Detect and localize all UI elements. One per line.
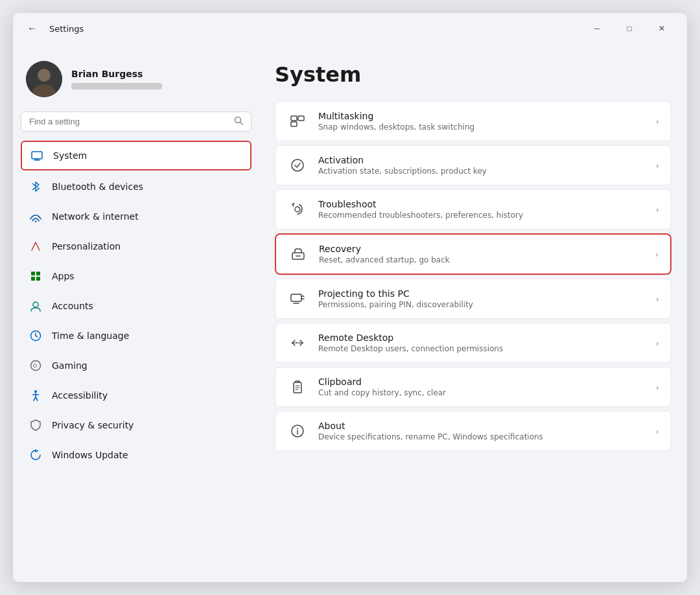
svg-point-17 [31, 361, 41, 371]
activation-icon [287, 155, 308, 176]
settings-window: ← Settings ─ □ ✕ Brian Burgess [13, 13, 687, 582]
settings-item-multitasking[interactable]: Multitasking Snap windows, desktops, tas… [275, 101, 671, 141]
sidebar-item-network[interactable]: Network & internet [21, 203, 251, 230]
sidebar-item-bluetooth[interactable]: Bluetooth & devices [21, 173, 251, 200]
settings-item-remote-desktop[interactable]: Remote Desktop Remote Desktop users, con… [275, 323, 671, 363]
user-email-placeholder [71, 83, 162, 89]
remote-desktop-text: Remote Desktop Remote Desktop users, con… [318, 332, 646, 353]
user-name: Brian Burgess [71, 69, 162, 79]
troubleshoot-desc: Recommended troubleshooters, preferences… [318, 211, 646, 220]
sidebar-item-personalization[interactable]: Personalization [21, 233, 251, 260]
gaming-icon [29, 358, 43, 373]
titlebar-title: Settings [49, 24, 84, 34]
sidebar-item-accounts[interactable]: Accounts [21, 292, 251, 320]
remote-desktop-title: Remote Desktop [318, 332, 646, 343]
time-icon [29, 329, 43, 343]
clipboard-title: Clipboard [318, 377, 646, 387]
content-area: Brian Burgess [13, 44, 687, 582]
recovery-icon [288, 244, 309, 264]
maximize-button[interactable]: □ [614, 18, 644, 39]
avatar [26, 61, 62, 97]
titlebar-controls: ─ □ ✕ [582, 18, 677, 39]
svg-line-22 [36, 397, 38, 401]
remote-desktop-desc: Remote Desktop users, connection permiss… [318, 344, 646, 353]
chevron-icon: › [656, 161, 659, 170]
sidebar-item-gaming[interactable]: Gaming [21, 352, 251, 379]
multitasking-text: Multitasking Snap windows, desktops, tas… [318, 111, 646, 132]
chevron-icon: › [656, 294, 659, 304]
about-desc: Device specifications, rename PC, Window… [318, 432, 646, 441]
accounts-icon [29, 299, 43, 313]
sidebar-label-apps: Apps [52, 271, 75, 281]
search-box[interactable] [21, 111, 251, 132]
titlebar-left: ← Settings [23, 19, 84, 38]
search-input[interactable] [29, 117, 229, 126]
search-icon [234, 116, 243, 127]
svg-line-16 [36, 336, 38, 337]
sidebar-item-system[interactable]: System [21, 141, 251, 170]
user-profile: Brian Burgess [21, 54, 251, 109]
sidebar-item-accessibility[interactable]: Accessibility [21, 382, 251, 409]
sidebar-item-time[interactable]: Time & language [21, 322, 251, 349]
projecting-text: Projecting to this PC Permissions, pairi… [318, 288, 646, 309]
user-info: Brian Burgess [71, 69, 162, 89]
about-title: About [318, 421, 646, 431]
svg-rect-12 [36, 277, 40, 281]
sidebar: Brian Burgess [13, 44, 259, 582]
settings-item-recovery[interactable]: Recovery Reset, advanced startup, go bac… [275, 233, 671, 275]
personalization-icon [29, 239, 43, 253]
close-button[interactable]: ✕ [647, 18, 677, 39]
chevron-icon: › [656, 117, 659, 126]
troubleshoot-text: Troubleshoot Recommended troubleshooters… [318, 199, 646, 220]
sidebar-label-privacy: Privacy & security [52, 420, 134, 430]
svg-point-8 [35, 220, 36, 222]
sidebar-label-accessibility: Accessibility [52, 390, 108, 401]
settings-item-about[interactable]: About Device specifications, rename PC, … [275, 411, 671, 451]
about-text: About Device specifications, rename PC, … [318, 421, 646, 441]
bluetooth-icon [29, 180, 43, 194]
clipboard-desc: Cut and copy history, sync, clear [318, 388, 646, 397]
multitasking-desc: Snap windows, desktops, task switching [318, 122, 646, 132]
sidebar-label-personalization: Personalization [52, 241, 121, 251]
svg-point-26 [292, 159, 303, 171]
sidebar-label-accounts: Accounts [52, 301, 93, 311]
back-button[interactable]: ← [23, 19, 41, 38]
settings-item-troubleshoot[interactable]: Troubleshoot Recommended troubleshooters… [275, 189, 671, 229]
minimize-button[interactable]: ─ [582, 18, 612, 39]
chevron-icon: › [656, 382, 659, 392]
settings-list: Multitasking Snap windows, desktops, tas… [275, 101, 671, 451]
svg-rect-5 [32, 152, 42, 159]
sidebar-label-gaming: Gaming [52, 360, 88, 371]
multitasking-title: Multitasking [318, 111, 646, 121]
windows-update-icon [29, 448, 43, 462]
sidebar-item-privacy[interactable]: Privacy & security [21, 412, 251, 439]
titlebar: ← Settings ─ □ ✕ [13, 13, 687, 44]
sidebar-item-apps[interactable]: Apps [21, 262, 251, 290]
projecting-icon [287, 288, 308, 309]
privacy-icon [29, 418, 43, 432]
activation-title: Activation [318, 155, 646, 165]
svg-line-4 [240, 122, 243, 125]
chevron-icon: › [656, 205, 659, 215]
svg-point-1 [38, 69, 51, 82]
sidebar-label-system: System [53, 150, 87, 161]
sidebar-label-bluetooth: Bluetooth & devices [52, 181, 143, 192]
sidebar-label-network: Network & internet [52, 211, 139, 222]
chevron-icon: › [655, 250, 659, 259]
svg-point-18 [34, 390, 37, 393]
settings-item-clipboard[interactable]: Clipboard Cut and copy history, sync, cl… [275, 367, 671, 407]
settings-item-projecting[interactable]: Projecting to this PC Permissions, pairi… [275, 279, 671, 319]
chevron-icon: › [656, 426, 659, 436]
svg-point-45 [297, 428, 298, 429]
recovery-title: Recovery [319, 244, 645, 254]
svg-rect-25 [291, 122, 297, 126]
system-icon [30, 148, 44, 163]
settings-item-activation[interactable]: Activation Activation state, subscriptio… [275, 145, 671, 185]
svg-rect-10 [36, 272, 40, 275]
sidebar-item-windows-update[interactable]: Windows Update [21, 441, 251, 469]
activation-desc: Activation state, subscriptions, product… [318, 167, 646, 176]
chevron-icon: › [656, 338, 659, 348]
about-icon [287, 421, 308, 441]
troubleshoot-icon [287, 199, 308, 220]
svg-rect-30 [291, 294, 301, 301]
